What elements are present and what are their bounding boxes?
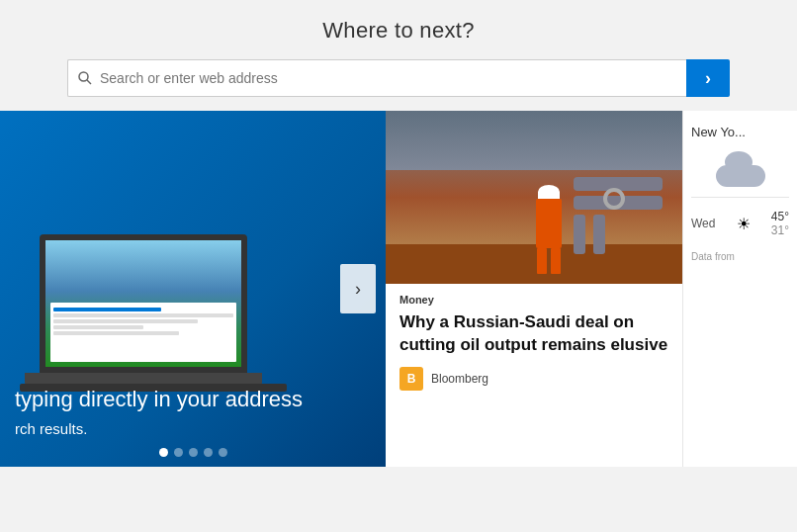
news-content: Money Why a Russian-Saudi deal on cuttin… (386, 284, 682, 400)
search-row: › (0, 59, 797, 97)
carousel-dots (0, 448, 386, 457)
carousel-dot-2[interactable] (174, 448, 183, 457)
carousel-dot-5[interactable] (219, 448, 227, 457)
weather-icon-area (691, 151, 789, 187)
header: Where to next? (0, 0, 797, 59)
weather-day-row: Wed ☀ 45° 31° (691, 206, 789, 241)
news-headline[interactable]: Why a Russian-Saudi deal on cutting oil … (399, 311, 668, 357)
promo-sub-text: rch results. (15, 420, 371, 437)
weather-divider (691, 197, 789, 198)
weather-data-from: Data from (691, 251, 789, 262)
content-area: typing directly in your address rch resu… (0, 111, 797, 467)
cloud-icon (713, 151, 768, 187)
pipes-illustration (574, 172, 663, 254)
page-title: Where to next? (0, 18, 797, 44)
worker-figure (524, 185, 574, 274)
laptop-screen (40, 234, 247, 373)
search-wrapper: › (67, 59, 730, 97)
svg-line-1 (87, 80, 91, 84)
weather-low: 31° (771, 223, 789, 237)
weather-temps: 45° 31° (771, 210, 789, 237)
promo-panel: typing directly in your address rch resu… (0, 111, 386, 467)
next-arrow-button[interactable]: › (340, 264, 376, 313)
search-icon (78, 71, 92, 85)
weather-high: 45° (771, 210, 789, 223)
news-image (386, 111, 682, 284)
sun-icon: ☀ (737, 215, 751, 233)
promo-main-text: typing directly in your address (15, 386, 371, 414)
news-category: Money (399, 294, 668, 306)
chevron-right-icon: › (355, 279, 361, 300)
arrow-right-icon: › (705, 68, 711, 89)
search-go-button[interactable]: › (686, 59, 730, 97)
weather-day-label: Wed (691, 217, 715, 230)
news-source: B Bloomberg (399, 367, 668, 391)
weather-panel: New Yo... Wed ☀ 45° 31° Data from (682, 111, 797, 467)
promo-text-area: typing directly in your address rch resu… (0, 386, 386, 437)
source-name: Bloomberg (431, 372, 488, 386)
search-input[interactable] (100, 70, 676, 86)
svg-point-0 (79, 72, 88, 81)
news-panel: Money Why a Russian-Saudi deal on cuttin… (386, 111, 682, 467)
carousel-dot-1[interactable] (159, 448, 168, 457)
bloomberg-logo: B (399, 367, 423, 391)
search-field-container (67, 59, 686, 97)
carousel-dot-3[interactable] (189, 448, 198, 457)
oil-scene-illustration (386, 111, 682, 284)
carousel-dot-4[interactable] (204, 448, 213, 457)
weather-city: New Yo... (691, 125, 789, 139)
